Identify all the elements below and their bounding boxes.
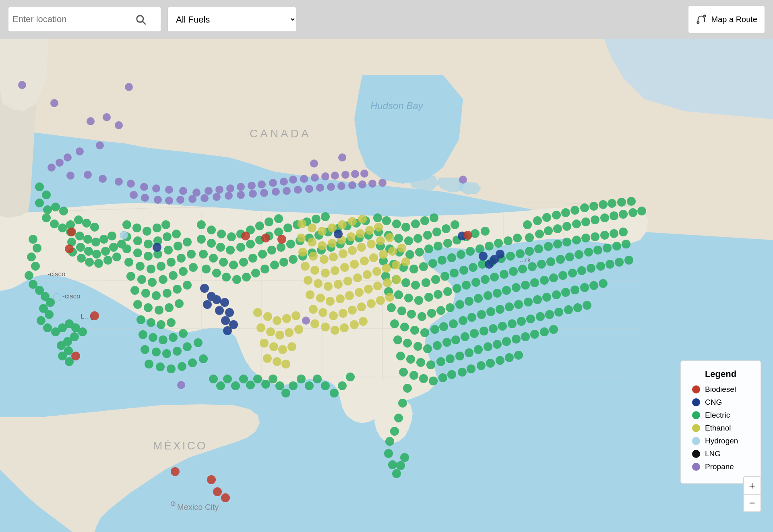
fuel-select[interactable]: All FuelsBiodieselCNGElectricEthanolHydr… <box>167 7 296 32</box>
svg-point-514 <box>231 381 240 390</box>
svg-point-84 <box>378 179 386 187</box>
map-route-button[interactable]: Map a Route <box>688 5 765 33</box>
svg-point-101 <box>82 219 91 228</box>
svg-point-114 <box>109 243 118 252</box>
svg-point-386 <box>596 262 605 271</box>
svg-point-173 <box>148 278 157 287</box>
svg-point-579 <box>339 309 347 318</box>
svg-point-479 <box>553 224 562 233</box>
svg-point-401 <box>496 305 504 314</box>
legend-item: Ethanol <box>692 424 749 433</box>
svg-point-614 <box>225 308 234 317</box>
svg-point-183 <box>183 281 192 290</box>
svg-point-433 <box>583 301 591 310</box>
svg-point-291 <box>434 242 442 250</box>
svg-point-618 <box>153 243 161 252</box>
svg-point-301 <box>419 262 428 271</box>
svg-point-392 <box>410 326 419 335</box>
zoom-in-button[interactable]: + <box>743 476 761 494</box>
svg-point-124 <box>27 253 36 261</box>
legend-item: Hydrogen <box>692 437 749 445</box>
svg-point-50 <box>248 182 256 190</box>
svg-point-188 <box>175 299 184 308</box>
svg-point-427 <box>526 315 535 323</box>
svg-point-527 <box>318 241 327 250</box>
svg-point-91 <box>42 190 51 199</box>
svg-point-438 <box>436 357 445 366</box>
svg-point-201 <box>173 347 182 356</box>
svg-point-296 <box>481 227 490 236</box>
svg-point-152 <box>133 236 142 245</box>
svg-text:MÉXICO: MÉXICO <box>153 439 207 452</box>
svg-point-391 <box>400 323 409 331</box>
svg-point-62 <box>130 191 138 199</box>
svg-point-536 <box>320 255 329 264</box>
svg-point-111 <box>84 247 93 256</box>
svg-point-353 <box>528 262 537 271</box>
svg-point-519 <box>308 224 316 232</box>
svg-point-626 <box>65 244 74 253</box>
svg-point-566 <box>306 290 314 299</box>
svg-point-450 <box>549 325 558 334</box>
svg-point-594 <box>282 314 291 323</box>
legend-dot <box>692 411 700 419</box>
svg-point-395 <box>439 322 448 331</box>
svg-point-253 <box>222 273 231 282</box>
svg-point-33 <box>64 153 72 161</box>
svg-point-447 <box>521 332 530 341</box>
svg-point-573 <box>373 282 382 290</box>
svg-point-34 <box>56 159 64 167</box>
svg-point-172 <box>137 275 146 284</box>
svg-point-363 <box>622 240 630 248</box>
svg-point-548 <box>340 263 349 272</box>
svg-point-132 <box>45 310 54 319</box>
svg-point-409 <box>570 286 579 294</box>
svg-point-581 <box>357 302 366 311</box>
svg-point-403 <box>514 300 523 309</box>
svg-point-371 <box>455 300 464 309</box>
svg-point-584 <box>385 293 394 302</box>
svg-point-402 <box>505 302 514 311</box>
svg-point-377 <box>512 283 521 292</box>
svg-point-539 <box>348 246 357 255</box>
svg-point-240 <box>267 246 276 255</box>
svg-point-506 <box>289 381 298 390</box>
svg-point-607 <box>281 360 290 368</box>
svg-point-235 <box>219 258 228 267</box>
legend-item: CNG <box>692 398 749 407</box>
svg-point-397 <box>459 316 467 325</box>
svg-point-379 <box>530 278 539 287</box>
svg-point-359 <box>584 248 593 257</box>
legend-dot <box>692 424 700 432</box>
svg-point-378 <box>521 281 530 290</box>
svg-point-500 <box>338 381 347 390</box>
svg-point-126 <box>25 271 33 280</box>
svg-point-628 <box>71 352 80 360</box>
svg-point-251 <box>202 265 211 273</box>
svg-point-211 <box>207 226 216 234</box>
svg-point-73 <box>260 189 268 197</box>
svg-point-206 <box>167 364 176 373</box>
svg-point-282 <box>432 228 441 236</box>
zoom-out-button[interactable]: − <box>743 494 761 512</box>
svg-point-113 <box>101 247 110 256</box>
svg-point-347 <box>471 278 480 287</box>
svg-point-94 <box>51 203 60 211</box>
svg-point-462 <box>505 353 514 362</box>
svg-point-597 <box>266 327 275 336</box>
svg-point-159 <box>144 252 153 261</box>
svg-point-304 <box>447 253 456 262</box>
svg-point-189 <box>136 315 145 324</box>
svg-point-186 <box>155 306 163 315</box>
svg-point-620 <box>479 252 488 261</box>
search-button[interactable] <box>133 12 148 27</box>
search-input[interactable] <box>12 14 133 25</box>
svg-point-575 <box>392 275 401 284</box>
svg-point-224 <box>246 240 255 248</box>
svg-point-495 <box>388 460 397 469</box>
svg-point-185 <box>144 303 153 312</box>
svg-point-156 <box>172 230 181 238</box>
svg-point-570 <box>345 291 354 300</box>
svg-point-413 <box>393 335 402 344</box>
svg-point-150 <box>161 220 170 229</box>
